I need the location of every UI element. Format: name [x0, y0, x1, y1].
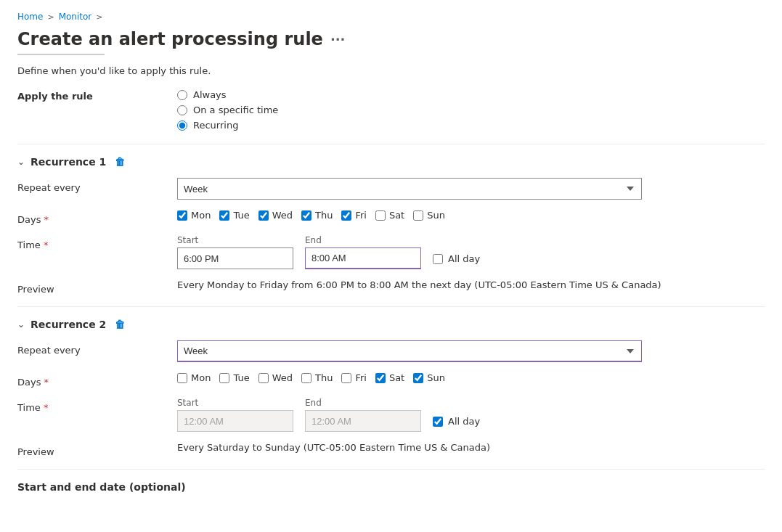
recurrence-1-time-row: Time Start End All day	[17, 235, 765, 269]
r2-wed-label: Wed	[272, 372, 293, 383]
radio-always-input[interactable]	[177, 90, 187, 100]
recurrence-1-days-label: Days	[17, 210, 177, 225]
recurrence-1-delete-icon[interactable]: 🗑	[115, 156, 125, 168]
recurrence-1-start-input[interactable]	[177, 247, 293, 269]
recurrence-2-start-field: Start	[177, 398, 293, 432]
breadcrumb-monitor[interactable]: Monitor	[59, 12, 92, 22]
r1-wed-label: Wed	[272, 210, 293, 221]
radio-always[interactable]: Always	[177, 89, 278, 100]
page-title: Create an alert processing rule	[17, 29, 323, 49]
apply-rule-section: Apply the rule Always On a specific time…	[17, 89, 765, 131]
r1-thu-label: Thu	[315, 210, 333, 221]
r2-mon-label: Mon	[191, 372, 211, 383]
recurrence-1-header[interactable]: ⌄ Recurrence 1 🗑	[17, 156, 765, 168]
recurrence-1-repeat-label: Repeat every	[17, 178, 177, 193]
r2-sun-checkbox[interactable]	[413, 373, 423, 383]
more-options-button[interactable]: ···	[330, 32, 346, 47]
r2-tue-checkbox[interactable]	[219, 373, 229, 383]
recurrence-1-repeat-select[interactable]: Day Week Month	[177, 178, 642, 200]
breadcrumb-sep1: >	[47, 12, 54, 22]
recurrence-1-end-label: End	[305, 235, 421, 245]
r1-wed-checkbox[interactable]	[258, 210, 269, 221]
recurrence-2-days-row: Days Mon Tue Wed Thu	[17, 372, 765, 388]
divider-2	[17, 306, 765, 307]
r1-day-sat[interactable]: Sat	[375, 210, 404, 221]
radio-recurring-input[interactable]	[177, 120, 187, 131]
recurrence-2-days-group: Mon Tue Wed Thu Fri	[177, 372, 445, 383]
r1-day-wed[interactable]: Wed	[258, 210, 293, 221]
r1-day-sun[interactable]: Sun	[413, 210, 445, 221]
r1-sat-checkbox[interactable]	[375, 210, 386, 221]
recurrence-1-days-row: Days Mon Tue Wed Thu	[17, 210, 765, 225]
r2-sun-label: Sun	[427, 372, 445, 383]
start-end-section-title: Start and end date (optional)	[17, 481, 765, 493]
radio-recurring[interactable]: Recurring	[177, 120, 278, 131]
breadcrumb-home[interactable]: Home	[17, 12, 43, 22]
r1-day-thu[interactable]: Thu	[301, 210, 333, 221]
r1-day-mon[interactable]: Mon	[177, 210, 211, 221]
r1-tue-checkbox[interactable]	[219, 210, 229, 221]
recurrence-1-preview-text: Every Monday to Friday from 6:00 PM to 8…	[177, 279, 661, 290]
r2-mon-checkbox[interactable]	[177, 373, 187, 383]
r2-day-sat[interactable]: Sat	[375, 372, 404, 383]
radio-recurring-label: Recurring	[193, 120, 238, 131]
recurrence-2-end-field: End	[305, 398, 421, 432]
radio-specific-input[interactable]	[177, 105, 187, 115]
r2-day-fri[interactable]: Fri	[341, 372, 367, 383]
r2-day-sun[interactable]: Sun	[413, 372, 445, 383]
recurrence-1-repeat-row: Repeat every Day Week Month	[17, 178, 765, 200]
r2-fri-label: Fri	[355, 372, 367, 383]
r2-tue-label: Tue	[233, 372, 249, 383]
recurrence-1-preview-row: Preview Every Monday to Friday from 6:00…	[17, 279, 765, 295]
r1-day-fri[interactable]: Fri	[341, 210, 367, 221]
r2-fri-checkbox[interactable]	[341, 373, 351, 383]
r1-thu-checkbox[interactable]	[301, 210, 311, 221]
recurrence-2-end-label: End	[305, 398, 421, 408]
recurrence-2-header[interactable]: ⌄ Recurrence 2 🗑	[17, 319, 765, 330]
r1-mon-checkbox[interactable]	[177, 210, 187, 221]
recurrence-2-repeat-select[interactable]: Day Week Month	[177, 340, 642, 362]
r2-day-tue[interactable]: Tue	[219, 372, 249, 383]
recurrence-2-repeat-wrapper: Day Week Month	[177, 340, 642, 362]
r2-allday-item[interactable]: All day	[433, 403, 480, 427]
r2-day-mon[interactable]: Mon	[177, 372, 211, 383]
recurrence-1-end-input[interactable]	[305, 247, 421, 269]
r2-wed-checkbox[interactable]	[258, 373, 269, 383]
recurrence-1-section: ⌄ Recurrence 1 🗑 Repeat every Day Week M…	[17, 156, 765, 295]
radio-always-label: Always	[193, 89, 227, 100]
recurrence-1-chevron-icon: ⌄	[17, 157, 25, 167]
apply-rule-radio-group: Always On a specific time Recurring	[177, 89, 278, 131]
recurrence-2-section: ⌄ Recurrence 2 🗑 Repeat every Day Week M…	[17, 319, 765, 457]
r1-fri-label: Fri	[355, 210, 367, 221]
r2-day-thu[interactable]: Thu	[301, 372, 333, 383]
recurrence-1-title: Recurrence 1	[30, 156, 106, 168]
recurrence-2-chevron-icon: ⌄	[17, 319, 25, 330]
r2-allday-label: All day	[448, 416, 480, 427]
radio-specific[interactable]: On a specific time	[177, 105, 278, 115]
recurrence-2-body: Repeat every Day Week Month Days Mon Tue	[17, 340, 765, 457]
divider-3	[17, 469, 765, 470]
r2-sat-checkbox[interactable]	[375, 373, 386, 383]
recurrence-1-time-label: Time	[17, 235, 177, 250]
r1-day-tue[interactable]: Tue	[219, 210, 249, 221]
recurrence-2-preview-row: Preview Every Saturday to Sunday (UTC-05…	[17, 442, 765, 457]
r2-thu-checkbox[interactable]	[301, 373, 311, 383]
r1-allday-checkbox[interactable]	[433, 254, 443, 264]
r2-allday-checkbox[interactable]	[433, 417, 443, 427]
title-underline	[17, 54, 105, 55]
r2-day-wed[interactable]: Wed	[258, 372, 293, 383]
recurrence-2-start-input	[177, 410, 293, 432]
apply-rule-label: Apply the rule	[17, 89, 177, 102]
recurrence-2-time-inputs: Start End All day	[177, 398, 480, 432]
breadcrumb-sep2: >	[96, 12, 102, 22]
recurrence-2-repeat-label: Repeat every	[17, 340, 177, 356]
recurrence-1-days-group: Mon Tue Wed Thu Fri	[177, 210, 445, 221]
r2-thu-label: Thu	[315, 372, 333, 383]
r1-sun-checkbox[interactable]	[413, 210, 423, 221]
recurrence-2-delete-icon[interactable]: 🗑	[115, 319, 125, 330]
r2-sat-label: Sat	[389, 372, 404, 383]
r1-allday-item[interactable]: All day	[433, 240, 480, 264]
r1-fri-checkbox[interactable]	[341, 210, 351, 221]
recurrence-1-start-label: Start	[177, 235, 293, 245]
recurrence-2-repeat-row: Repeat every Day Week Month	[17, 340, 765, 362]
